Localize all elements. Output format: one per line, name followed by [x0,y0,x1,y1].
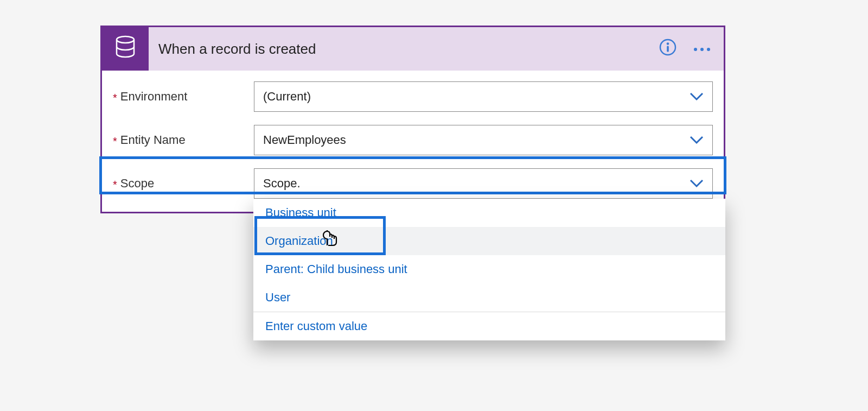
option-label: Organization [265,234,333,248]
scope-dropdown[interactable]: Scope. [254,168,713,199]
option-label: User [265,290,290,305]
environment-dropdown[interactable]: (Current) [254,81,713,112]
option-enter-custom-value[interactable]: Enter custom value [253,312,725,340]
option-label: Parent: Child business unit [265,262,407,276]
card-body: * Environment (Current) * Entity Name [102,71,724,212]
scope-value: Scope. [263,176,301,191]
svg-point-2 [667,42,669,45]
info-icon[interactable] [659,38,677,60]
svg-point-5 [700,48,704,51]
option-user[interactable]: User [253,283,725,312]
required-marker: * [113,136,117,147]
field-row-scope: * Scope Scope. [113,168,713,199]
svg-rect-3 [667,46,669,52]
connector-icon-box [102,27,149,71]
database-icon [114,35,136,62]
option-business-unit[interactable]: Business unit [253,199,725,227]
field-label-environment: * Environment [113,90,254,104]
required-marker: * [113,92,117,103]
card-header-actions [659,38,724,60]
option-parent-child-bu[interactable]: Parent: Child business unit [253,255,725,283]
option-label: Business unit [265,206,336,220]
svg-point-0 [117,36,134,43]
field-label-text: Environment [120,90,188,104]
chevron-down-icon [690,92,704,101]
entity-name-value: NewEmployees [263,133,346,147]
option-organization[interactable]: Organization [253,227,725,255]
field-label-text: Entity Name [120,133,186,147]
chevron-down-icon [690,179,704,188]
field-label-text: Scope [120,176,154,191]
svg-point-6 [707,48,710,51]
field-label-entity: * Entity Name [113,133,254,147]
field-row-environment: * Environment (Current) [113,81,713,112]
required-marker: * [113,179,117,190]
more-icon[interactable] [692,42,712,56]
trigger-card: When a record is created [100,26,725,213]
card-title: When a record is created [149,41,659,58]
chevron-down-icon [690,136,704,144]
field-label-scope: * Scope [113,176,254,191]
environment-value: (Current) [263,90,311,104]
field-row-entity: * Entity Name NewEmployees [113,125,713,155]
card-header: When a record is created [102,27,724,71]
scope-options-dropdown: Business unit Organization Parent: Child… [253,199,725,340]
entity-name-dropdown[interactable]: NewEmployees [254,125,713,155]
option-label: Enter custom value [265,319,367,333]
svg-point-4 [694,48,697,51]
